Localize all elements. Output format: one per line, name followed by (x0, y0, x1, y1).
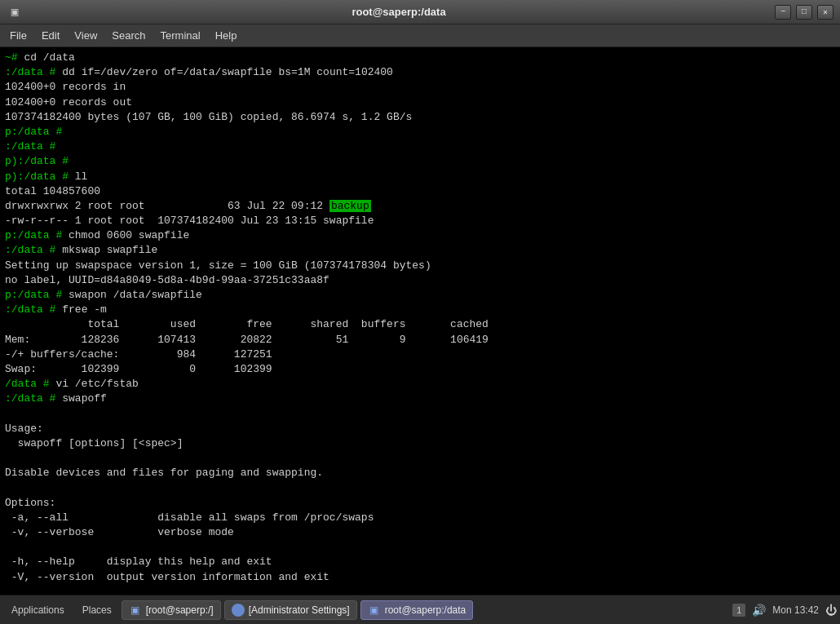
window-label: root@saperp:/data (385, 604, 466, 616)
titlebar: ▣ root@saperp:/data − □ ✕ (0, 0, 840, 24)
taskbar-badge: 1 (732, 604, 745, 617)
taskbar: Applications Places ▣[root@saperp:/][Adm… (0, 595, 840, 624)
menu-view[interactable]: View (68, 27, 104, 44)
volume-icon[interactable]: 🔊 (752, 604, 766, 617)
window-controls: − □ ✕ (775, 5, 833, 20)
terminal-output[interactable]: ~# cd /data :/data # dd if=/dev/zero of=… (0, 47, 840, 595)
window-icon-circle (232, 604, 245, 617)
window-icon-monitor: ▣ (129, 604, 142, 617)
taskbar-applications[interactable]: Applications (3, 601, 73, 619)
menubar: File Edit View Search Terminal Help (0, 24, 840, 47)
app-icon: ▣ (7, 4, 23, 20)
taskbar-right: 1 🔊 Mon 13:42 ⏻ (732, 604, 837, 617)
taskbar-time: Mon 13:42 (772, 604, 819, 616)
taskbar-window-1[interactable]: [Administrator Settings] (224, 600, 357, 620)
taskbar-window-0[interactable]: ▣[root@saperp:/] (122, 600, 221, 620)
minimize-button[interactable]: − (775, 5, 791, 20)
menu-edit[interactable]: Edit (35, 27, 66, 44)
window-title: root@saperp:/data (23, 6, 775, 18)
close-button[interactable]: ✕ (817, 5, 833, 20)
menu-file[interactable]: File (3, 27, 33, 44)
menu-terminal[interactable]: Terminal (154, 27, 207, 44)
window-label: [root@saperp:/] (146, 604, 214, 616)
maximize-button[interactable]: □ (796, 5, 812, 20)
power-icon[interactable]: ⏻ (825, 604, 837, 617)
menu-help[interactable]: Help (209, 27, 244, 44)
menu-search[interactable]: Search (105, 27, 152, 44)
taskbar-places[interactable]: Places (74, 601, 120, 619)
window-icon-monitor: ▣ (368, 604, 381, 617)
window-label: [Administrator Settings] (249, 604, 350, 616)
taskbar-window-2[interactable]: ▣root@saperp:/data (360, 600, 474, 620)
